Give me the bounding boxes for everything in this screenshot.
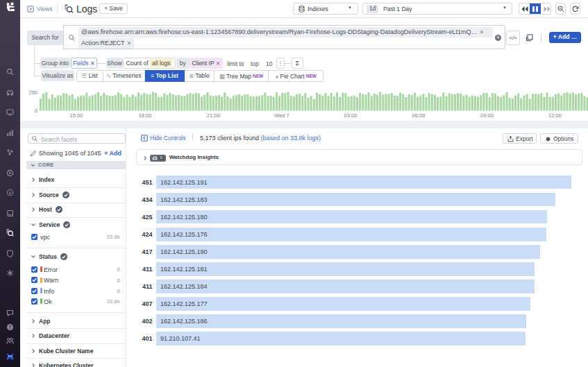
svg-text:a: a xyxy=(9,190,12,195)
svg-text:?: ? xyxy=(9,325,12,330)
